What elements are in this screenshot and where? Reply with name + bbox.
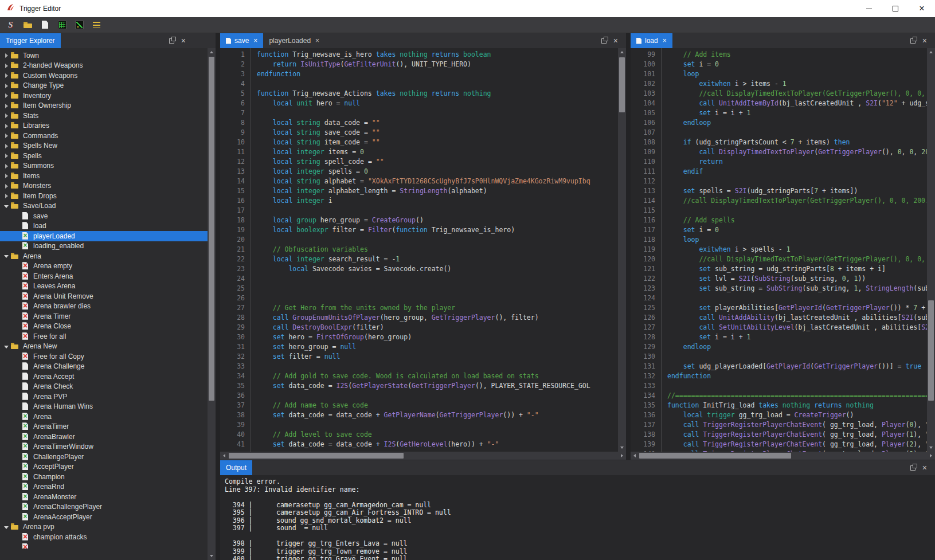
tree-item[interactable]: ArenaChallengePlayer [0, 502, 208, 512]
tree-item[interactable]: ArenaMonster [0, 492, 208, 502]
tree-closed-arrow-icon[interactable] [3, 171, 11, 181]
scroll-right-button[interactable] [927, 452, 935, 460]
tree-open-arrow-icon[interactable] [3, 251, 11, 261]
new-file-button[interactable] [39, 19, 51, 31]
tree-item[interactable]: Arena PVP [0, 391, 208, 402]
tree-item[interactable]: Spells [0, 151, 208, 161]
float-panel-icon[interactable] [910, 465, 916, 471]
tree-open-arrow-icon[interactable] [3, 522, 11, 532]
close-tab-icon[interactable]: × [663, 37, 667, 44]
tab-load[interactable]: load× [631, 33, 672, 48]
tree-item[interactable]: Arena brawler dies [0, 301, 208, 312]
tree-item[interactable] [0, 542, 208, 549]
tree-item[interactable]: 2-handed Weapons [0, 61, 208, 71]
tree-item[interactable]: ChallengePlayer [0, 452, 208, 462]
scrollbar-thumb[interactable] [229, 453, 404, 459]
tree-item[interactable]: Enters Arena [0, 271, 208, 281]
tree-closed-arrow-icon[interactable] [3, 91, 11, 100]
scroll-down-button[interactable] [208, 552, 216, 560]
float-panel-icon[interactable] [910, 38, 916, 44]
scroll-right-button[interactable] [618, 452, 626, 460]
tree-item[interactable]: Arena [0, 412, 208, 422]
editor-vertical-scrollbar[interactable] [618, 48, 626, 452]
tab-save[interactable]: save× [220, 33, 263, 48]
jass-logo-button[interactable]: S [5, 19, 17, 31]
scrollbar-thumb[interactable] [928, 300, 934, 401]
scrollbar-thumb[interactable] [619, 57, 625, 112]
explorer-scrollbar-thumb[interactable] [209, 57, 214, 401]
tree-item[interactable]: ArenaAcceptPlayer [0, 512, 208, 522]
tree-item[interactable]: Spells New [0, 141, 208, 151]
tree-item[interactable]: Arena empty [0, 261, 208, 272]
tree-item[interactable]: AcceptPlayer [0, 462, 208, 472]
tree-item[interactable]: Change Type [0, 81, 208, 91]
tree-closed-arrow-icon[interactable] [3, 161, 11, 171]
output-tab[interactable]: Output [220, 460, 252, 475]
scroll-left-button[interactable] [631, 452, 639, 460]
grid-editor-button[interactable] [56, 19, 68, 31]
tree-closed-arrow-icon[interactable] [3, 191, 11, 201]
tree-closed-arrow-icon[interactable] [3, 151, 11, 160]
tree-closed-arrow-icon[interactable] [3, 141, 11, 151]
scroll-up-button[interactable] [208, 48, 216, 56]
tree-item[interactable]: Arena [0, 251, 208, 261]
close-panel-icon[interactable]: × [922, 464, 927, 472]
tree-item[interactable]: Monsters [0, 181, 208, 191]
close-panel-icon[interactable]: × [181, 37, 186, 45]
tree-item[interactable]: Town [0, 50, 208, 61]
tree-item[interactable]: Leaves Arena [0, 281, 208, 292]
tree-closed-arrow-icon[interactable] [3, 50, 11, 60]
minimize-button[interactable] [856, 0, 882, 17]
code-area[interactable]: function Trig_newsave_is_hero takes noth… [251, 48, 618, 452]
tree-closed-arrow-icon[interactable] [3, 111, 11, 120]
script-list-button[interactable] [91, 19, 103, 31]
tree-item[interactable]: Summons [0, 161, 208, 171]
tree-closed-arrow-icon[interactable] [3, 121, 11, 131]
tree-item[interactable]: Arena Unit Remove [0, 291, 208, 301]
editor-horizontal-scrollbar[interactable] [220, 452, 626, 460]
scroll-up-button[interactable] [618, 48, 626, 56]
tree-closed-arrow-icon[interactable] [3, 81, 11, 91]
tree-item[interactable]: Item Ownership [0, 101, 208, 111]
tree-item[interactable]: Save/Load [0, 201, 208, 212]
tree-item[interactable]: Arena Accept [0, 371, 208, 382]
tree-item[interactable]: Free for all Copy [0, 351, 208, 362]
explorer-scrollbar[interactable] [208, 48, 216, 560]
tree-item[interactable]: Arena Close [0, 322, 208, 332]
float-panel-icon[interactable] [169, 38, 174, 44]
editor-horizontal-scrollbar[interactable] [631, 452, 935, 460]
scroll-down-button[interactable] [927, 444, 935, 452]
tree-item[interactable]: Champion [0, 472, 208, 482]
close-panel-icon[interactable]: × [613, 37, 618, 45]
editor-splitter[interactable] [626, 33, 631, 460]
editor-vertical-scrollbar[interactable] [927, 48, 935, 452]
tree-closed-arrow-icon[interactable] [3, 71, 11, 80]
tree-closed-arrow-icon[interactable] [3, 131, 11, 140]
tree-item[interactable]: Arena Timer [0, 311, 208, 322]
tree-item[interactable]: load [0, 221, 208, 232]
scroll-left-button[interactable] [220, 452, 228, 460]
tree-item[interactable]: Item Drops [0, 191, 208, 201]
tree-item[interactable]: Inventory [0, 91, 208, 101]
tree-item[interactable]: Arena pvp [0, 522, 208, 532]
tree-item[interactable]: Arena New [0, 342, 208, 352]
tree-item[interactable]: ArenaBrawler [0, 432, 208, 442]
tree-closed-arrow-icon[interactable] [3, 181, 11, 191]
tree-closed-arrow-icon[interactable] [3, 61, 11, 71]
tree-item[interactable]: Arena Human Wins [0, 402, 208, 412]
tree-item[interactable]: Commands [0, 131, 208, 141]
tab-playerLoaded[interactable]: playerLoaded× [263, 33, 325, 48]
scroll-down-button[interactable] [618, 444, 626, 452]
tree-open-arrow-icon[interactable] [3, 342, 11, 351]
tree-item[interactable]: ArenaTimer [0, 422, 208, 432]
tree-item[interactable]: save [0, 211, 208, 221]
tree-item[interactable]: Custom Weapons [0, 71, 208, 81]
tree-item[interactable]: ArenaRnd [0, 482, 208, 492]
tree-item[interactable]: Arena Check [0, 382, 208, 392]
explorer-tab[interactable]: Trigger Explorer [0, 33, 61, 48]
panel-splitter[interactable] [216, 33, 220, 560]
chart-editor-button[interactable] [73, 19, 85, 31]
tree-item[interactable]: playerLoaded [0, 231, 208, 241]
scroll-up-button[interactable] [927, 48, 935, 56]
tree-item[interactable]: loading_enabled [0, 241, 208, 252]
